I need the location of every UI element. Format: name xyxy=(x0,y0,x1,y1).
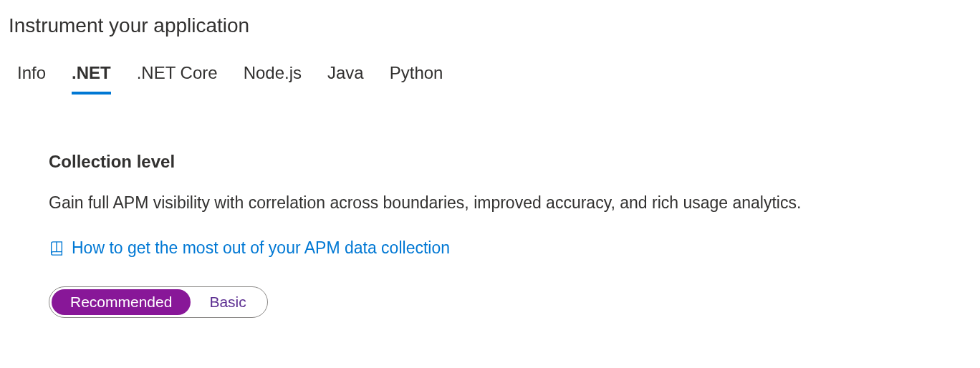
tab-nodejs[interactable]: Node.js xyxy=(244,63,302,95)
book-icon xyxy=(49,241,64,256)
tabs-container: Info .NET .NET Core Node.js Java Python xyxy=(9,63,971,95)
toggle-basic[interactable]: Basic xyxy=(191,289,264,315)
tab-dotnet-core[interactable]: .NET Core xyxy=(137,63,218,95)
page-title: Instrument your application xyxy=(9,14,971,37)
collection-level-toggle: Recommended Basic xyxy=(49,286,268,318)
help-link[interactable]: How to get the most out of your APM data… xyxy=(72,238,450,258)
tab-info[interactable]: Info xyxy=(17,63,46,95)
content-area: Collection level Gain full APM visibilit… xyxy=(9,152,971,318)
tab-python[interactable]: Python xyxy=(390,63,443,95)
tab-dotnet[interactable]: .NET xyxy=(72,63,111,95)
collection-level-title: Collection level xyxy=(49,152,971,172)
toggle-recommended[interactable]: Recommended xyxy=(52,289,191,315)
tab-java[interactable]: Java xyxy=(327,63,364,95)
help-link-row: How to get the most out of your APM data… xyxy=(49,238,971,258)
collection-level-description: Gain full APM visibility with correlatio… xyxy=(49,193,971,213)
